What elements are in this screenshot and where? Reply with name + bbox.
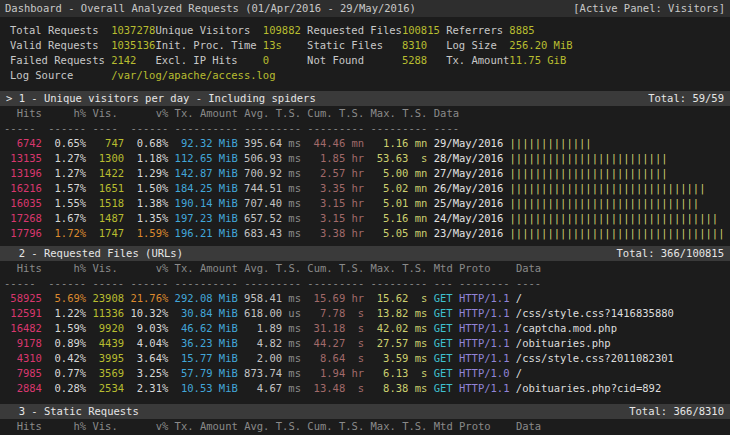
max-time-unit: ms [415,381,428,396]
summary-label: Static Files [307,38,402,53]
visitors-percent: 9.03% [130,321,168,336]
col-hits: Hits [4,261,42,276]
summary-value: 5288 [402,53,446,68]
col-method: Mtd [434,419,453,434]
visitor-row[interactable]: 177961.72%17471.59%196.21MiB683.43ms3.38… [0,226,730,241]
method-value: GET [434,351,453,366]
summary-label: Valid Requests [10,38,111,53]
max-time-value: 1.16 [370,136,408,151]
request-row[interactable]: 28840.28%25342.31%10.53MiB4.67ms13.48s8.… [0,381,730,396]
visitor-row[interactable]: 160351.55%15181.38%190.14MiB707.40ms3.15… [0,196,730,211]
date-value: 23/May/2016 [434,226,504,241]
hits-value: 58925 [4,291,42,306]
max-time-unit: mn [415,226,428,241]
col-max-time: Max. T.S. [371,106,428,121]
visitors-value: 1651 [92,181,124,196]
cum-time-value: 1.94 [307,366,345,381]
hits-percent: 1.27% [48,166,86,181]
col-visitors-percent: v% [130,261,168,276]
hits-value: 12591 [4,306,42,321]
bandwidth-value: 190.14 [175,196,213,211]
avg-time-unit: ms [288,366,301,381]
visitor-row[interactable]: 162161.57%16511.50%184.25MiB744.51ms3.35… [0,181,730,196]
cum-time-unit: hr [352,366,365,381]
col-visitors: Vis. [92,106,124,121]
cum-time-value: 2.57 [307,166,345,181]
cum-time-unit: hr [352,166,365,181]
protocol-value: HTTP/1.1 [459,381,510,396]
col-data: Data [516,419,541,434]
avg-time-unit: ms [288,211,301,226]
max-time-value: 13.82 [370,306,408,321]
cum-time-value: 7.78 [307,306,345,321]
col-protocol: Proto [459,419,510,434]
method-value: GET [434,381,453,396]
col-hits-percent: h% [48,261,86,276]
cum-time-unit: hr [352,151,365,166]
bandwidth-unit: MiB [219,211,238,226]
column-underline: ----------------------------------------… [0,276,730,291]
panel-header-static[interactable]: 3 - Static Requests Total: 366/8310 [0,404,730,419]
panel-title: 1 - Unique visitors per day - Including … [19,92,316,104]
request-row[interactable]: 79850.77%35693.25%57.79MiB873.74ms1.94hr… [0,366,730,381]
panel-total: Total: 59/59 [648,91,724,106]
protocol-value: HTTP/1.1 [459,306,510,321]
avg-time-value: 395.64 [244,136,282,151]
visitors-value: 2534 [92,381,124,396]
max-time-value: 5.02 [370,181,408,196]
max-time-unit: mn [415,136,428,151]
col-visitors-percent: v% [130,106,168,121]
avg-time-value: 700.92 [244,166,282,181]
cum-time-unit: hr [352,291,365,306]
cum-time-value: 8.64 [307,351,345,366]
avg-time-unit: ms [288,351,301,366]
bandwidth-unit: MiB [219,291,238,306]
date-value: 24/May/2016 [434,211,504,226]
visitor-row[interactable]: 67420.65%7470.68%92.32MiB395.64ms44.46mn… [0,136,730,151]
col-bandwidth: Tx. Amount [175,106,238,121]
avg-time-value: 4.67 [244,381,282,396]
avg-time-value: 873.74 [244,366,282,381]
request-row[interactable]: 589255.69%2390821.76%292.08MiB958.41ms15… [0,291,730,306]
url-value: /css/style.css?2011082301 [516,351,674,366]
hits-value: 16035 [4,196,42,211]
summary-label: Failed Requests [10,53,111,68]
titlebar: Dashboard - Overall Analyzed Requests (0… [0,0,730,17]
bandwidth-unit: MiB [219,306,238,321]
visitors-value: 11336 [92,306,124,321]
col-bandwidth: Tx. Amount [175,419,238,434]
panel-header-requests[interactable]: 2 - Requested Files (URLs) Total: 366/10… [0,246,730,261]
request-row[interactable]: 125911.22%1133610.32%30.84MiB618.00us7.7… [0,306,730,321]
max-time-unit: ms [415,351,428,366]
panel-header-visitors[interactable]: >1 - Unique visitors per day - Including… [0,91,730,106]
hits-percent: 0.65% [48,136,86,151]
visitors-value: 9920 [92,321,124,336]
protocol-value: HTTP/1.1 [459,336,510,351]
bandwidth-unit: MiB [219,181,238,196]
max-time-value: 6.13 [370,366,408,381]
request-row[interactable]: 43100.42%39953.64%15.77MiB2.00ms8.64s3.5… [0,351,730,366]
hits-percent: 1.22% [48,306,86,321]
protocol-value: HTTP/1.1 [459,321,510,336]
bandwidth-value: 46.62 [175,321,213,336]
summary-row: Valid Requests1035136Init. Proc. Time13s… [0,38,730,53]
visitor-row[interactable]: 131351.27%13001.18%112.65MiB506.93ms1.85… [0,151,730,166]
hits-percent: 5.69% [48,291,86,306]
date-value: 27/May/2016 [434,166,504,181]
bandwidth-value: 57.79 [175,366,213,381]
visitors-percent: 1.29% [130,166,168,181]
max-time-unit: mn [415,211,428,226]
visitor-row[interactable]: 172681.67%14871.35%197.23MiB657.52ms3.15… [0,211,730,226]
avg-time-unit: ms [288,321,301,336]
request-row[interactable]: 164821.59%99209.03%46.62MiB1.89ms31.18s4… [0,321,730,336]
col-avg-time: Avg. T.S. [244,106,301,121]
cum-time-value: 44.46 [307,136,345,151]
bandwidth-value: 196.21 [175,226,213,241]
summary-value: 109882 [263,23,307,38]
summary-label: Referrers [446,23,509,38]
request-row[interactable]: 91780.89%44394.04%36.23MiB4.82ms44.27s27… [0,336,730,351]
hits-value: 13135 [4,151,42,166]
bandwidth-unit: MiB [219,226,238,241]
hits-percent: 1.72% [48,226,86,241]
visitor-row[interactable]: 131961.27%14221.29%142.87MiB700.92ms2.57… [0,166,730,181]
